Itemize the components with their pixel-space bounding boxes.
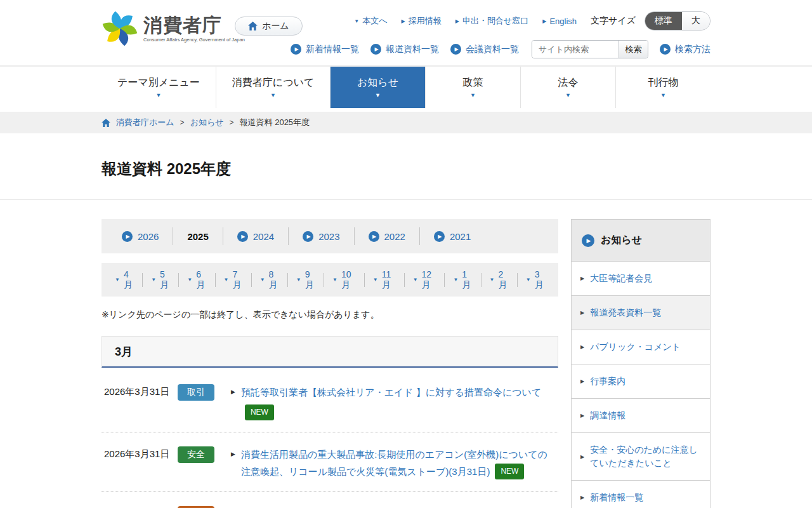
month-link-7月[interactable]: ▼7月 — [215, 273, 251, 287]
utility-link-申出・問合せ窓口[interactable]: ▶申出・問合せ窓口 — [455, 15, 528, 27]
new-badge: NEW — [495, 464, 524, 479]
font-size-toggle: 標準 大 — [645, 11, 710, 30]
arrow-right-icon: ▶ — [580, 454, 584, 460]
arrow-right-icon: ▶ — [231, 384, 235, 395]
title-divider — [0, 199, 812, 200]
sidebar-item-行事案内[interactable]: ▶行事案内 — [572, 364, 710, 398]
arrow-circle-icon: ▶ — [303, 231, 313, 242]
arrow-circle-icon: ▶ — [370, 44, 381, 55]
arrow-circle-icon: ▶ — [237, 231, 248, 242]
chevron-down-icon: ▼ — [187, 277, 192, 283]
search-input[interactable] — [532, 41, 619, 58]
sidebar-item-label: 報道発表資料一覧 — [590, 306, 661, 319]
news-row: 2026年3月31日安全▶消費生活用製品の重大製品事故:長期使用のエアコン(室外… — [102, 432, 558, 491]
font-size-standard-button[interactable]: 標準 — [645, 12, 682, 30]
arrow-marker-icon: ▼ — [354, 18, 359, 24]
news-body: 預託等取引業者【株式会社リア・エイド 】に対する措置命令についてNEW — [241, 384, 556, 420]
quick-links: ▶新着情報一覧▶報道資料一覧▶会議資料一覧 検索 ▶ 検索方法 — [291, 40, 710, 58]
month-link-10月[interactable]: ▼10月 — [324, 273, 364, 287]
sidebar-item-調達情報[interactable]: ▶調達情報 — [572, 398, 710, 432]
sidebar-title[interactable]: ▶ お知らせ — [572, 220, 710, 261]
month-link-1月[interactable]: ▼1月 — [444, 273, 480, 287]
arrow-right-icon: ▶ — [580, 378, 584, 384]
month-link-8月[interactable]: ▼8月 — [251, 273, 287, 287]
year-link: 2021 — [450, 231, 471, 242]
sidebar-item-label: 新着情報一覧 — [590, 491, 643, 504]
month-link-label: 8月 — [269, 269, 279, 291]
search-help-link[interactable]: ▶ 検索方法 — [660, 44, 710, 55]
chevron-down-icon: ▼ — [470, 93, 476, 98]
breadcrumb-link-お知らせ[interactable]: お知らせ — [190, 117, 224, 128]
year-tab-2026[interactable]: ▶2026 — [108, 227, 173, 245]
font-size-large-button[interactable]: 大 — [682, 12, 710, 30]
year-tabs: ▶20262025▶2024▶2023▶2022▶2021 — [102, 219, 558, 253]
nav-tab-テーマ別メニュー[interactable]: テーマ別メニュー▼ — [102, 67, 216, 108]
arrow-right-icon: ▶ — [580, 495, 584, 500]
quick-link-新着情報一覧[interactable]: ▶新着情報一覧 — [291, 44, 359, 55]
agency-logo[interactable]: 消費者庁 Consumer Affairs Agency, Government… — [102, 10, 245, 47]
utility-link-採用情報[interactable]: ▶採用情報 — [402, 15, 442, 27]
arrow-marker-icon: ▶ — [455, 18, 459, 24]
year-tab-2023[interactable]: ▶2023 — [288, 227, 353, 245]
arrow-right-icon: ▶ — [580, 344, 584, 350]
month-link-5月[interactable]: ▼5月 — [142, 273, 178, 287]
agency-logo-icon — [102, 10, 138, 47]
sidebar-item-大臣等記者会見[interactable]: ▶大臣等記者会見 — [572, 261, 710, 295]
quick-link-会議資料一覧[interactable]: ▶会議資料一覧 — [450, 44, 519, 55]
year-tab-2025: 2025 — [173, 227, 222, 245]
news-list: 2026年3月31日取引▶預託等取引業者【株式会社リア・エイド 】に対する措置命… — [102, 370, 558, 508]
month-link-2月[interactable]: ▼2月 — [481, 273, 517, 287]
arrow-circle-icon: ▶ — [291, 44, 301, 55]
chevron-down-icon: ▼ — [270, 93, 276, 98]
main-navigation: テーマ別メニュー▼消費者庁について▼お知らせ▼政策▼法令▼刊行物▼ — [0, 66, 812, 108]
year-tab-2022[interactable]: ▶2022 — [354, 227, 419, 245]
arrow-right-icon: ▶ — [231, 446, 235, 457]
news-link[interactable]: 預託等取引業者【株式会社リア・エイド 】に対する措置命令について — [241, 387, 541, 398]
sidebar-item-パブリック・コメント[interactable]: ▶パブリック・コメント — [572, 330, 710, 364]
news-body: 消費生活用製品の重大製品事故:長期使用のエアコン(室外機)についての注意喚起、リ… — [241, 446, 556, 480]
year-link: 2024 — [253, 231, 274, 242]
arrow-marker-icon: ▶ — [542, 18, 546, 24]
year-tab-2024[interactable]: ▶2024 — [223, 227, 288, 245]
month-link-label: 11月 — [382, 269, 396, 291]
arrow-marker-icon: ▶ — [402, 18, 405, 24]
sidebar-item-報道発表資料一覧[interactable]: ▶報道発表資料一覧 — [572, 295, 710, 330]
news-row: 2026年3月31日取引▶預託等取引業者【株式会社リア・エイド 】に対する措置命… — [102, 370, 558, 432]
nav-tab-label: テーマ別メニュー — [117, 76, 200, 90]
page-title: 報道資料 2025年度 — [102, 133, 710, 199]
month-link-12月[interactable]: ▼12月 — [404, 273, 445, 287]
category-badge: 安全 — [178, 446, 214, 463]
chevron-down-icon: ▼ — [565, 93, 571, 98]
arrow-circle-icon: ▶ — [582, 234, 594, 247]
sidebar-item-安全・安心のために注意していただきたいこと[interactable]: ▶安全・安心のために注意していただきたいこと — [572, 432, 710, 480]
quick-link-報道資料一覧[interactable]: ▶報道資料一覧 — [370, 44, 439, 55]
home-button[interactable]: ホーム — [235, 17, 303, 36]
nav-tab-消費者庁について[interactable]: 消費者庁について▼ — [216, 67, 330, 108]
year-link: 2023 — [318, 231, 339, 242]
breadcrumb-link-消費者庁ホーム[interactable]: 消費者庁ホーム — [116, 117, 174, 128]
year-tab-2021[interactable]: ▶2021 — [419, 227, 485, 245]
nav-tab-刊行物[interactable]: 刊行物▼ — [615, 67, 710, 108]
utility-link-label: 採用情報 — [409, 15, 442, 27]
sidebar-item-新着情報一覧[interactable]: ▶新着情報一覧 — [572, 480, 710, 508]
quick-link-label: 報道資料一覧 — [386, 44, 439, 55]
month-link-9月[interactable]: ▼9月 — [287, 273, 324, 287]
month-links: ▼4月▼5月▼6月▼7月▼8月▼9月▼10月▼11月▼12月▼1月▼2月▼3月 — [102, 263, 558, 297]
sidebar: ▶ お知らせ ▶大臣等記者会見▶報道発表資料一覧▶パブリック・コメント▶行事案内… — [571, 219, 710, 508]
utility-link-English[interactable]: ▶English — [542, 15, 577, 27]
nav-tab-法令[interactable]: 法令▼ — [520, 67, 615, 108]
nav-tab-label: 法令 — [558, 76, 579, 90]
nav-tab-お知らせ[interactable]: お知らせ▼ — [330, 67, 425, 108]
breadcrumb: 消費者庁ホーム>お知らせ>報道資料 2025年度 — [102, 112, 710, 133]
breadcrumb-separator: > — [180, 118, 185, 127]
nav-tab-政策[interactable]: 政策▼ — [425, 67, 520, 108]
arrow-circle-icon: ▶ — [122, 231, 133, 242]
utility-link-本文へ[interactable]: ▼本文へ — [354, 15, 387, 27]
month-link-3月[interactable]: ▼3月 — [517, 273, 553, 287]
month-link-4月[interactable]: ▼4月 — [107, 273, 142, 287]
month-link-6月[interactable]: ▼6月 — [178, 273, 214, 287]
news-date: 2026年3月31日 — [104, 384, 178, 398]
link-notice: ※リンク先のページの一部は終了し、表示できない場合があります。 — [102, 309, 558, 321]
search-button[interactable]: 検索 — [619, 41, 648, 58]
month-link-11月[interactable]: ▼11月 — [364, 273, 404, 287]
